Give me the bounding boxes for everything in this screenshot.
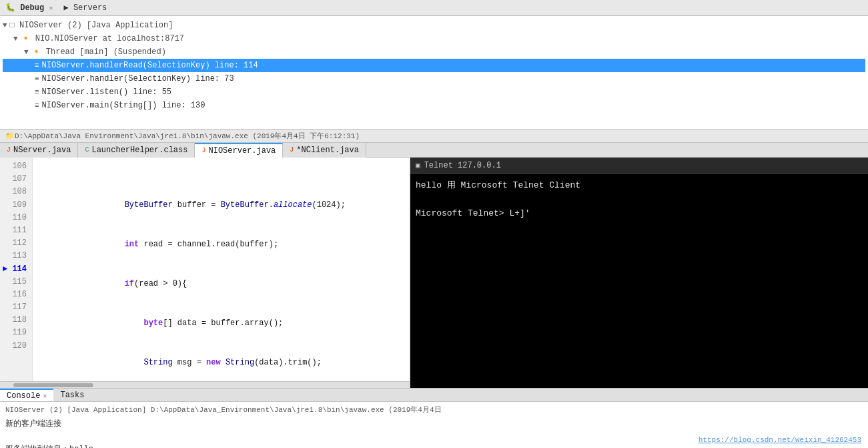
- tab-nioserver[interactable]: J NIOServer.java: [195, 143, 283, 158]
- code-line-106: ByteBuffer buffer = ByteBuffer.allocate(…: [38, 186, 404, 200]
- frame-icon-5: ≡: [35, 87, 39, 98]
- debug-tab[interactable]: 🐛 Debug ✕: [5, 3, 53, 13]
- telnet-content[interactable]: hello 用 Microsoft Telnet Client Microsof…: [410, 174, 868, 388]
- expand-icon-2: ▼: [24, 47, 29, 58]
- code-scrollbar[interactable]: [0, 381, 410, 388]
- debug-item-label-1: 🔸 NIO.NIOServer at localhost:8717: [21, 33, 184, 45]
- debug-item-label-5: NIOServer.listen() line: 55: [42, 86, 171, 98]
- debug-tree-item-6[interactable]: ≡ NIOServer.main(String[]) line: 130: [3, 99, 865, 112]
- telnet-line-1: [416, 193, 863, 207]
- main-area: 106 107 108 109 110 111 112 113 ► 114 11…: [0, 158, 868, 388]
- code-line-109: byte[] data = buffer.array();: [38, 304, 404, 318]
- debug-panel: ▼ □ NIOServer (2) [Java Application] ▼ 🔸…: [0, 16, 868, 130]
- tab-nserver[interactable]: J NServer.java: [0, 143, 78, 158]
- debug-tree-item-5[interactable]: ≡ NIOServer.listen() line: 55: [3, 85, 865, 99]
- expand-icon-1: ▼: [13, 33, 18, 45]
- console-path: NIOServer (2) [Java Application] D:\AppD…: [5, 405, 863, 417]
- telnet-titlebar: ▣ Telnet 127.0.0.1: [410, 158, 868, 174]
- telnet-line-0: hello 用 Microsoft Telnet Client: [416, 179, 863, 193]
- frame-icon-6: ≡: [35, 100, 39, 111]
- telnet-title: Telnet 127.0.0.1: [424, 161, 501, 170]
- tab-icon-nclient: J: [290, 146, 294, 154]
- debug-tree-item-3[interactable]: ≡ NIOServer.handlerRead(SelectionKey) li…: [3, 59, 865, 72]
- debug-item-label-3: NIOServer.handlerRead(SelectionKey) line…: [42, 59, 258, 71]
- debug-item-label-2: 🔸 Thread [main] (Suspended): [31, 46, 166, 58]
- line-numbers: 106 107 108 109 110 111 112 113 ► 114 11…: [0, 158, 33, 381]
- tab-launcherhelper[interactable]: C LauncherHelper.class: [78, 143, 195, 158]
- code-line-107: int read = channel.read(buffer);: [38, 226, 404, 240]
- code-lines[interactable]: ByteBuffer buffer = ByteBuffer.allocate(…: [33, 158, 410, 381]
- telnet-window: ▣ Telnet 127.0.0.1 hello 用 Microsoft Tel…: [410, 158, 868, 388]
- debug-tree-item-2[interactable]: ▼ 🔸 Thread [main] (Suspended): [3, 45, 865, 59]
- frame-icon-3: ≡: [35, 60, 39, 71]
- top-bar: 🐛 Debug ✕ ▶ Servers: [0, 0, 868, 16]
- expand-icon-0: ▼: [3, 20, 7, 31]
- console-tabs: Console ✕ Tasks: [0, 389, 868, 402]
- tab-icon-nserver: J: [7, 146, 11, 154]
- code-line-108: if(read > 0){: [38, 265, 404, 279]
- tab-icon-launcherhelper: C: [85, 146, 89, 154]
- telnet-line-2: Microsoft Telnet> L+]': [416, 207, 863, 221]
- debug-item-label-6: NIOServer.main(String[]) line: 130: [42, 99, 205, 111]
- console-tab-tasks[interactable]: Tasks: [53, 389, 91, 401]
- tab-icon-nioserver: J: [201, 147, 205, 154]
- code-content[interactable]: 106 107 108 109 110 111 112 113 ► 114 11…: [0, 158, 410, 381]
- filepath-bar: 📁 D:\AppData\Java Environment\Java\jre1.…: [0, 130, 868, 143]
- console-tab-console[interactable]: Console ✕: [0, 389, 53, 401]
- console-line-0: 新的客户端连接: [5, 418, 863, 431]
- debug-item-label-4: NIOServer.handler(SelectionKey) line: 73: [42, 73, 234, 85]
- code-line-110: String msg = new String(data).trim();: [38, 344, 404, 358]
- code-editor: 106 107 108 109 110 111 112 113 ► 114 11…: [0, 158, 410, 388]
- debug-item-label-0: □ NIOServer (2) [Java Application]: [10, 19, 173, 31]
- debug-tree-item-1[interactable]: ▼ 🔸 NIO.NIOServer at localhost:8717: [3, 32, 865, 45]
- filepath-text: D:\AppData\Java Environment\Java\jre1.8\…: [15, 131, 360, 141]
- debug-tree-item-4[interactable]: ≡ NIOServer.handler(SelectionKey) line: …: [3, 72, 865, 85]
- scrollbar-thumb: [13, 383, 93, 387]
- tab-nclient[interactable]: J *NClient.java: [283, 143, 366, 158]
- servers-tab[interactable]: ▶ Servers: [63, 3, 107, 13]
- debug-tree-item-0[interactable]: ▼ □ NIOServer (2) [Java Application]: [3, 19, 865, 32]
- watermark: https://blog.csdn.net/weixin_41262453: [699, 436, 861, 444]
- editor-tabs: J NServer.java C LauncherHelper.class J …: [0, 143, 868, 158]
- frame-icon-4: ≡: [35, 73, 39, 85]
- console-line-1: 服务端收到信息：hello: [5, 443, 863, 448]
- telnet-icon: ▣: [416, 161, 420, 170]
